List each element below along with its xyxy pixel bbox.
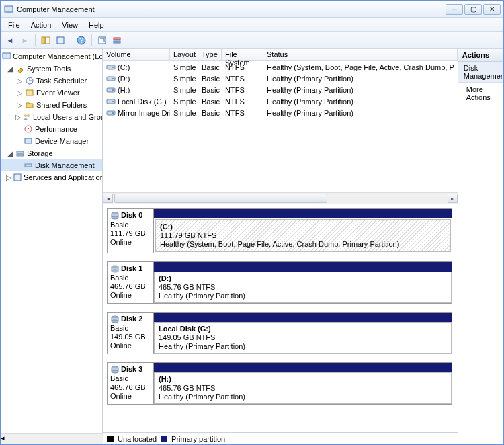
storage-icon [15,148,26,159]
expander-icon[interactable]: ▷ [15,77,23,85]
partition-bar[interactable]: Local Disk (G:)149.05 GB NTFSHealthy (Pr… [154,312,452,354]
show-hide-tree-button[interactable] [39,34,52,47]
col-type[interactable]: Type [198,49,222,60]
svg-rect-27 [107,99,115,104]
actions-section[interactable]: Disk Management▴ [458,62,504,83]
expander-icon[interactable]: ◢ [6,149,13,158]
partition-bar[interactable]: (C:)111.79 GB NTFSHealthy (System, Boot,… [154,208,452,253]
disk-cylinder-icon [110,365,120,374]
back-button[interactable]: ◄ [3,34,17,47]
col-volume[interactable]: Volume [103,49,170,60]
volume-row[interactable]: (H:)SimpleBasicNTFSHealthy (Primary Part… [103,84,458,95]
partition-bar[interactable]: (H:)465.76 GB NTFSHealthy (Primary Parti… [154,362,452,405]
navigation-tree[interactable]: Computer Management (Local) ◢System Tool… [1,49,103,433]
svg-point-42 [112,370,118,373]
disk-info: Disk 0Basic111.79 GBOnline [107,208,154,253]
event-icon [24,87,35,98]
actions-pane: Actions Disk Management▴ More Actions▸ [458,49,504,444]
disk-row[interactable]: Disk 2Basic149.05 GBOnlineLocal Disk (G:… [107,312,452,354]
toolbar: ◄ ► ? [1,32,503,49]
disk-cylinder-icon [110,211,120,220]
svg-rect-23 [107,77,115,81]
menu-bar: File Action View Help [1,18,503,32]
close-button[interactable]: ✕ [483,4,501,15]
unallocated-swatch [107,436,114,442]
svg-point-30 [112,112,114,114]
svg-rect-29 [107,111,115,115]
volume-list-header: Volume Layout Type File System Status [103,49,458,61]
app-icon [3,4,14,15]
expander-icon[interactable]: ▷ [15,89,23,97]
maximize-button[interactable]: ▢ [464,4,482,15]
menu-view[interactable]: View [57,19,83,30]
expander-icon[interactable]: ▷ [6,173,11,182]
volume-row[interactable]: (D:)SimpleBasicNTFSHealthy (Primary Part… [103,73,458,84]
tree-scrollbar[interactable]: ◂▸ [1,433,103,444]
volume-row[interactable]: Mirror Image Drive (J:)SimpleBasicNTFSHe… [103,107,458,118]
expander-icon[interactable]: ▷ [15,101,23,110]
tree-root[interactable]: Computer Management (Local) [13,52,103,60]
disk-row[interactable]: Disk 1Basic465.76 GBOnline(D:)465.76 GB … [107,261,452,304]
view-settings-button[interactable] [110,34,124,47]
minimize-button[interactable]: ─ [446,4,463,15]
title-bar: Computer Management ─ ▢ ✕ [1,1,503,18]
tree-disk-management[interactable]: Disk Management [35,161,95,169]
svg-rect-17 [17,151,24,153]
refresh-button[interactable] [95,34,109,47]
expander-icon[interactable]: ▷ [15,113,21,122]
volume-row[interactable]: (C:)SimpleBasicNTFSHealthy (System, Boot… [103,61,458,73]
svg-rect-9 [114,41,120,43]
svg-text:?: ? [79,36,83,44]
tree-services[interactable]: Services and Applications [24,173,103,181]
col-filesystem[interactable]: File System [222,49,263,60]
svg-rect-18 [17,154,24,156]
tree-shared-folders[interactable]: Shared Folders [36,101,87,109]
svg-point-24 [112,78,114,79]
svg-rect-21 [107,65,115,69]
svg-rect-12 [26,90,33,95]
device-icon [23,136,34,147]
svg-point-14 [27,114,30,117]
clock-icon [24,75,35,86]
volume-list-scrollbar[interactable]: ◂▸ [103,192,458,204]
drive-icon [106,86,116,94]
disk-row[interactable]: Disk 3Basic465.76 GBOnline(H:)465.76 GB … [107,362,452,405]
svg-rect-1 [7,12,11,13]
menu-help[interactable]: Help [84,19,109,30]
more-actions-item[interactable]: More Actions▸ [458,83,504,104]
expander-icon[interactable]: ◢ [6,65,13,73]
menu-file[interactable]: File [3,19,25,30]
tree-task-scheduler[interactable]: Task Scheduler [36,77,87,85]
disk-graphical-view[interactable]: Disk 0Basic111.79 GBOnline(C:)111.79 GB … [103,204,458,432]
tree-device-manager[interactable]: Device Manager [35,137,89,145]
menu-action[interactable]: Action [26,19,56,30]
disk-cylinder-icon [110,315,120,324]
tree-local-users[interactable]: Local Users and Groups [33,113,103,121]
volume-row[interactable]: Local Disk (G:)SimpleBasicNTFSHealthy (P… [103,95,458,107]
tree-performance[interactable]: Performance [35,125,77,133]
help-button[interactable]: ? [75,34,88,47]
drive-icon [106,75,116,83]
tree-storage[interactable]: Storage [27,149,53,157]
svg-rect-25 [107,88,115,92]
svg-rect-19 [25,164,32,167]
col-status[interactable]: Status [263,49,458,60]
svg-rect-16 [25,138,32,143]
legend-unallocated: Unallocated [118,435,157,443]
primary-swatch [161,436,167,442]
svg-rect-10 [3,53,11,58]
forward-button[interactable]: ► [18,34,32,47]
partition-bar[interactable]: (D:)465.76 GB NTFSHealthy (Primary Parti… [154,261,452,304]
volume-list[interactable]: (C:)SimpleBasicNTFSHealthy (System, Boot… [103,61,458,192]
col-layout[interactable]: Layout [170,49,198,60]
tree-system-tools[interactable]: System Tools [27,65,71,73]
properties-button[interactable] [54,34,67,47]
disk-row[interactable]: Disk 0Basic111.79 GBOnline(C:)111.79 GB … [107,208,452,253]
folder-icon [24,99,35,110]
services-icon [13,172,22,183]
svg-point-33 [112,216,118,219]
window-title: Computer Management [17,5,446,13]
svg-point-36 [112,270,118,272]
tree-event-viewer[interactable]: Event Viewer [36,89,80,97]
disk-info: Disk 3Basic465.76 GBOnline [107,362,154,405]
